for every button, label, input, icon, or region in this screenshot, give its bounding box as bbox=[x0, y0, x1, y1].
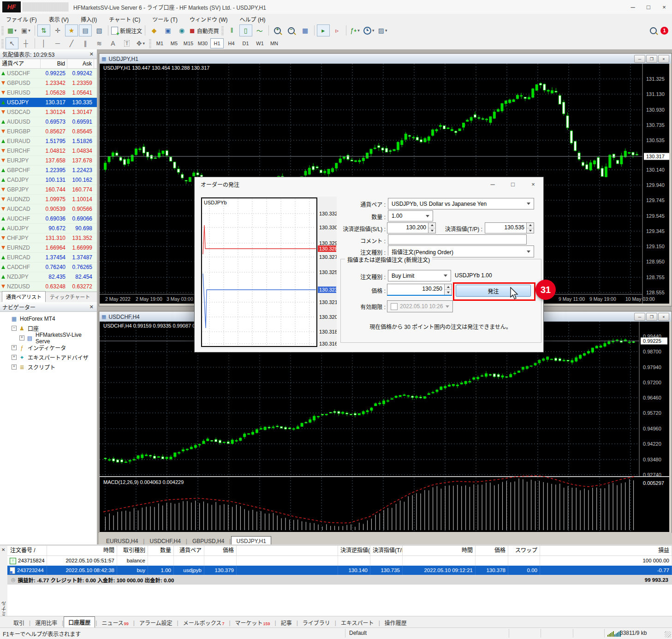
timeframe-h1[interactable]: H1 bbox=[210, 38, 224, 48]
market-watch-row[interactable]: AUDNZD1.099751.10014 bbox=[0, 195, 97, 204]
data-window-button[interactable]: ✛ bbox=[51, 24, 64, 36]
market-watch-row[interactable]: AUDUSD0.695730.69591 bbox=[0, 117, 97, 127]
market-watch-close-icon[interactable]: ✕ bbox=[89, 51, 95, 57]
chart2-close-button[interactable]: × bbox=[658, 313, 669, 321]
toolbar-handle[interactable] bbox=[1, 26, 4, 35]
market-watch-row[interactable]: CHFJPY131.310131.352 bbox=[0, 233, 97, 243]
price-spinner[interactable] bbox=[444, 284, 452, 295]
market-watch-row[interactable]: GBPUSD1.233421.23359 bbox=[0, 78, 97, 88]
search-icon[interactable] bbox=[650, 27, 657, 34]
fibonacci-tool[interactable]: ≋ bbox=[93, 37, 106, 49]
expand-plus-icon[interactable]: + bbox=[12, 345, 17, 350]
pending-type-select[interactable]: Buy Limit bbox=[388, 270, 451, 281]
close-button[interactable]: × bbox=[656, 1, 672, 12]
chart2-restore-button[interactable]: ❐ bbox=[646, 313, 657, 321]
navigator-item[interactable]: +≣スクリプト bbox=[0, 362, 97, 372]
timeframe-w1[interactable]: W1 bbox=[253, 38, 267, 48]
symbol-select[interactable]: USDJPYb, US Dollar vs Japanese Yen bbox=[388, 198, 534, 209]
auto-scroll-button[interactable]: ▸ bbox=[317, 24, 330, 36]
timeframe-m1[interactable]: M1 bbox=[153, 38, 167, 48]
take-profit-input[interactable]: 130.535 bbox=[485, 222, 534, 233]
market-watch-row[interactable]: EURJPY137.658137.678 bbox=[0, 156, 97, 166]
bar-chart-button[interactable]: ‖ bbox=[226, 24, 238, 36]
candlestick-button[interactable]: ▯ bbox=[239, 24, 252, 36]
column-header[interactable]: 価格 bbox=[476, 546, 508, 555]
comment-input[interactable] bbox=[388, 234, 527, 245]
indicators-button[interactable]: ƒ+▾ bbox=[349, 24, 362, 36]
column-header[interactable]: 価格 bbox=[204, 546, 237, 555]
usdchf-h4-chart[interactable]: 0.994400.987000.979400.972000.964600.957… bbox=[100, 322, 669, 532]
chart-shift-button[interactable]: ▹ bbox=[331, 24, 344, 36]
menu-item-2[interactable]: 挿入(I) bbox=[75, 14, 103, 24]
market-watch-row[interactable]: GBPCHF1.223951.22423 bbox=[0, 166, 97, 175]
menu-item-0[interactable]: ファイル (F) bbox=[0, 14, 43, 24]
text-tool[interactable]: A bbox=[107, 37, 119, 49]
autotrade-button[interactable]: ◼自動売買 bbox=[189, 24, 220, 36]
timeframe-m15[interactable]: M15 bbox=[182, 38, 195, 48]
column-header[interactable]: スワップ bbox=[508, 546, 540, 555]
market-watch-row[interactable]: EURAUD1.517951.51826 bbox=[0, 137, 97, 146]
table-row[interactable]: 2437232442022.05.10 08:42:38buy1.00usdjp… bbox=[7, 566, 672, 575]
market-watch-row[interactable]: AUDCHF0.690360.69066 bbox=[0, 214, 97, 224]
column-header[interactable]: 損益 bbox=[540, 546, 672, 555]
take-profit-spinner[interactable] bbox=[526, 223, 534, 233]
expand-plus-icon[interactable]: + bbox=[19, 335, 24, 340]
strategy-tester-button[interactable]: ▧ bbox=[93, 24, 106, 36]
column-header[interactable]: 取引種別 bbox=[117, 546, 148, 555]
resize-grip[interactable] bbox=[665, 631, 671, 638]
tile-windows-button[interactable]: ▦ bbox=[299, 24, 312, 36]
new-order-button[interactable]: 新規注文 bbox=[111, 24, 143, 36]
market-watch-row[interactable]: CADJPY100.131100.162 bbox=[0, 175, 97, 185]
channel-tool[interactable]: ∥ bbox=[79, 37, 92, 49]
column-ask[interactable]: Ask bbox=[67, 59, 94, 68]
expiry-checkbox[interactable] bbox=[391, 303, 398, 310]
price-input[interactable]: 130.250 bbox=[387, 284, 452, 296]
menu-item-4[interactable]: ツール (T) bbox=[146, 14, 184, 24]
terminal-tab-5[interactable]: メールボックス7 bbox=[179, 617, 229, 628]
timeframe-mn[interactable]: MN bbox=[268, 38, 281, 48]
column-header[interactable]: 数量 bbox=[148, 546, 174, 555]
dialog-minimize-button[interactable]: ─ bbox=[482, 177, 503, 191]
market-watch-row[interactable]: NZDUSD0.632480.63272 bbox=[0, 282, 97, 292]
line-chart-button[interactable]: ～ bbox=[253, 24, 266, 36]
profiles-button[interactable]: ▣▾ bbox=[19, 24, 32, 36]
zoom-out-button[interactable]: − bbox=[285, 24, 298, 36]
market-watch-row[interactable]: AUDJPY90.67290.698 bbox=[0, 224, 97, 233]
chart1-restore-button[interactable]: ❐ bbox=[646, 55, 657, 63]
market-watch-row[interactable]: CADCHF0.762400.76265 bbox=[0, 263, 97, 272]
terminal-tab-2[interactable]: 口座履歴 bbox=[64, 616, 95, 628]
stop-loss-input[interactable]: 130.200 bbox=[387, 222, 436, 233]
expand-plus-icon[interactable]: + bbox=[12, 355, 17, 360]
expiry-select[interactable]: 2022.05.10 10:26 bbox=[387, 300, 453, 312]
community-button[interactable]: ▣ bbox=[161, 24, 174, 36]
terminal-tab-6[interactable]: マーケット159 bbox=[231, 617, 274, 628]
market-watch-row[interactable]: USDCAD1.301241.30147 bbox=[0, 107, 97, 117]
trendline-tool[interactable]: ╱ bbox=[65, 37, 78, 49]
market-watch-row[interactable]: EURGBP0.856270.85645 bbox=[0, 127, 97, 137]
navigator-close-icon[interactable]: ✕ bbox=[89, 304, 95, 310]
menu-item-3[interactable]: チャート (C) bbox=[103, 14, 146, 24]
terminal-tab-3[interactable]: ニュース99 bbox=[97, 617, 132, 628]
menu-item-5[interactable]: ウィンドウ (W) bbox=[184, 14, 234, 24]
column-header[interactable]: 注文番号 / bbox=[7, 546, 47, 555]
zoom-in-button[interactable]: + bbox=[271, 24, 284, 36]
shapes-tool[interactable]: ✥▾ bbox=[134, 37, 147, 49]
terminal-tab-1[interactable]: 運用比率 bbox=[31, 617, 61, 628]
menu-item-1[interactable]: 表示 (V) bbox=[43, 14, 75, 24]
terminal-tab-0[interactable]: 取引 bbox=[9, 617, 29, 628]
cursor-tool[interactable]: ↖ bbox=[6, 37, 18, 49]
dialog-maximize-button[interactable]: □ bbox=[503, 177, 523, 191]
column-header[interactable] bbox=[237, 546, 338, 555]
expand-plus-icon[interactable]: + bbox=[12, 364, 17, 370]
timeframe-m5[interactable]: M5 bbox=[167, 38, 181, 48]
column-symbol[interactable]: 通貨ペア bbox=[0, 59, 41, 68]
column-header[interactable]: 通貨ペア bbox=[174, 546, 204, 555]
terminal-tab-9[interactable]: エキスパート bbox=[337, 617, 378, 628]
navigator-item[interactable]: ▦HotForex MT4 bbox=[0, 314, 97, 323]
timeframe-d1[interactable]: D1 bbox=[239, 38, 252, 48]
label-tool[interactable]: T bbox=[120, 37, 133, 49]
market-watch-toggle[interactable]: ⇅ bbox=[37, 24, 50, 36]
market-watch-row[interactable]: USDCHF0.992250.99242 bbox=[0, 69, 97, 78]
signals-button[interactable]: ◉ bbox=[175, 24, 188, 36]
maximize-button[interactable]: □ bbox=[641, 1, 656, 12]
